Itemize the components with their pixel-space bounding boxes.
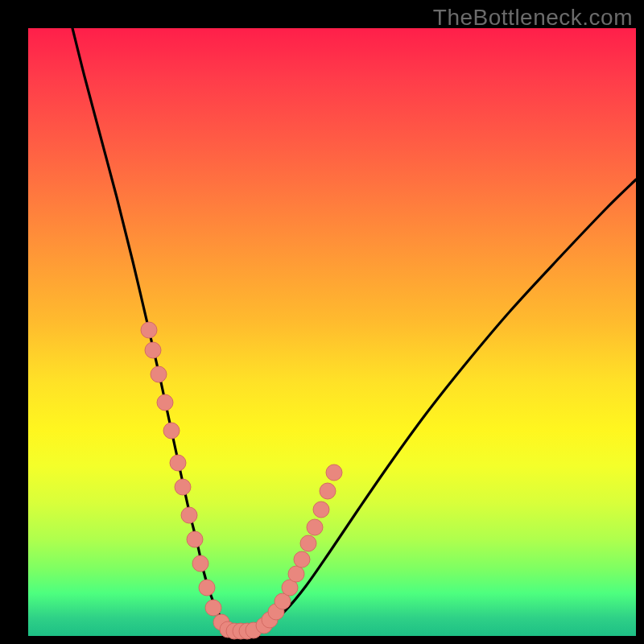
watermark-text: TheBottleneck.com <box>433 5 633 31</box>
curve-dot <box>157 394 173 411</box>
curve-dot <box>313 502 329 518</box>
curve-dot <box>307 519 323 535</box>
curve-dot <box>151 366 167 382</box>
curve-dot <box>145 342 161 358</box>
curve-dot <box>320 483 336 499</box>
heatmap-background <box>28 28 636 636</box>
curve-dot <box>141 322 157 338</box>
curve-dot <box>163 423 180 439</box>
curve-dot <box>300 535 316 551</box>
curve-dots <box>141 322 342 639</box>
curve-dot <box>288 566 304 582</box>
curve-dot <box>192 555 208 572</box>
curve-dot <box>170 455 186 471</box>
curve-dot <box>294 551 310 568</box>
chart-frame: TheBottleneck.com <box>0 0 644 644</box>
curve-dot <box>187 531 203 547</box>
curve-dot <box>199 580 215 596</box>
curve-dot <box>326 464 342 481</box>
curve-dot <box>205 600 221 616</box>
curve-dot <box>175 479 191 495</box>
bottleneck-curve-svg <box>28 28 636 636</box>
curve-dot <box>181 507 197 523</box>
